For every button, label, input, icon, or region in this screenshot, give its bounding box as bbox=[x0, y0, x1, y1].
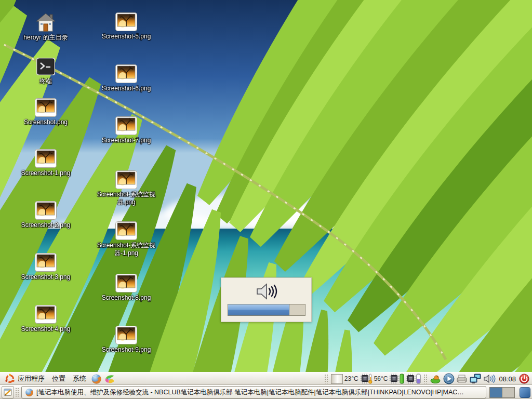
gnome-desktop-screen: heroyr 的主目录 终端 Screenshot.png Screenshot… bbox=[0, 0, 532, 399]
desktop-icon-screenshot[interactable]: Screenshot.png bbox=[7, 98, 85, 126]
image-thumbnail-icon bbox=[35, 98, 57, 117]
applet-drag-handle[interactable] bbox=[423, 374, 428, 383]
desktop-icon-screenshot-9[interactable]: Screenshot-9.png bbox=[87, 326, 165, 354]
clock-applet[interactable]: 08:08 bbox=[499, 375, 516, 383]
firefox-icon bbox=[91, 374, 102, 384]
panel-corner-applet-icon[interactable] bbox=[520, 387, 530, 398]
top-menu-panel: 应用程序 位置 系统 23°C 56°C bbox=[0, 372, 532, 385]
cpu-chip-icon bbox=[389, 374, 400, 384]
icon-label: heroyr 的主目录 bbox=[23, 34, 68, 42]
home-icon bbox=[35, 12, 56, 32]
icon-label: Screenshot-1.png bbox=[21, 169, 71, 177]
workspace-2[interactable] bbox=[502, 388, 514, 397]
desktop-icon-screenshot-7[interactable]: Screenshot-7.png bbox=[87, 116, 165, 144]
image-thumbnail-icon bbox=[35, 305, 57, 324]
cpu-temperature: 56°C bbox=[374, 375, 388, 382]
sensor-graph-applet[interactable] bbox=[331, 374, 343, 384]
icon-label: Screenshot-5.png bbox=[102, 33, 151, 41]
image-thumbnail-icon bbox=[115, 116, 137, 135]
desktop-icon-screenshot-3[interactable]: Screenshot-3.png bbox=[7, 253, 85, 281]
network-computers-icon[interactable] bbox=[469, 374, 482, 384]
desktop-icon-screenshot-sysmonitor[interactable]: Screenshot-系统监视器.png bbox=[87, 170, 165, 206]
icon-label: Screenshot.png bbox=[24, 118, 68, 126]
printer-icon[interactable] bbox=[456, 374, 468, 383]
applications-menu[interactable]: 应用程序 bbox=[1, 373, 48, 385]
desktop-icon-screenshot-2[interactable]: Screenshot-2.png bbox=[7, 201, 85, 229]
desktop-area[interactable]: heroyr 的主目录 终端 Screenshot.png Screenshot… bbox=[0, 0, 532, 373]
desktop-icon-screenshot-6[interactable]: Screenshot-6.png bbox=[87, 64, 165, 92]
ubuntu-logo-icon bbox=[5, 374, 15, 384]
desktop-icon-screenshot-4[interactable]: Screenshot-4.png bbox=[7, 305, 85, 333]
show-desktop-icon bbox=[4, 388, 12, 396]
icon-label: Screenshot-系统监视器-1.png bbox=[91, 242, 162, 257]
volume-osd bbox=[221, 277, 312, 322]
colorful-swirl-icon bbox=[104, 374, 116, 384]
image-thumbnail-icon bbox=[115, 12, 137, 31]
desktop-icon-terminal[interactable]: 终端 bbox=[7, 57, 85, 85]
firefox-icon bbox=[25, 388, 34, 397]
workspace-1-active[interactable] bbox=[490, 388, 502, 397]
cpu-chip-icon bbox=[406, 374, 416, 384]
cpu-thermometer-applet[interactable] bbox=[360, 374, 373, 384]
places-menu-label: 位置 bbox=[52, 374, 65, 383]
volume-progress-fill bbox=[228, 304, 289, 315]
system-menu[interactable]: 系统 bbox=[69, 373, 90, 385]
shutdown-power-button[interactable] bbox=[519, 374, 529, 384]
window-title: [笔记本电脑使用、维护及保修经验交流 - NBCLUB笔记本电脑俱乐部 笔记本电… bbox=[36, 388, 464, 397]
system-tray: 23°C 56°C 08:08 bbox=[323, 373, 531, 384]
icon-label: Screenshot-7.png bbox=[102, 137, 151, 144]
image-thumbnail-icon bbox=[115, 170, 137, 189]
image-thumbnail-icon bbox=[115, 221, 137, 240]
applet-drag-handle[interactable] bbox=[324, 374, 328, 383]
cpu-load-applet[interactable] bbox=[389, 374, 404, 384]
speaker-icon bbox=[255, 283, 278, 300]
places-menu[interactable]: 位置 bbox=[48, 373, 69, 385]
icon-label: Screenshot-6.png bbox=[102, 85, 151, 92]
browser-launcher[interactable] bbox=[90, 373, 103, 385]
image-thumbnail-icon bbox=[35, 149, 57, 168]
desktop-icon-home[interactable]: heroyr 的主目录 bbox=[7, 12, 85, 42]
icon-label: Screenshot-系统监视器.png bbox=[91, 191, 162, 206]
workspace-switcher bbox=[489, 387, 515, 398]
icon-label: Screenshot-2.png bbox=[21, 221, 71, 229]
icon-label: Screenshot-3.png bbox=[21, 273, 71, 281]
image-thumbnail-icon bbox=[115, 326, 137, 344]
desktop-icon-screenshot-sysmonitor-1[interactable]: Screenshot-系统监视器-1.png bbox=[87, 221, 165, 257]
icon-label: Screenshot-4.png bbox=[21, 325, 71, 333]
applications-menu-label: 应用程序 bbox=[18, 374, 45, 383]
image-thumbnail-icon bbox=[35, 201, 57, 220]
bottom-taskbar-panel: [笔记本电脑使用、维护及保修经验交流 - NBCLUB笔记本电脑俱乐部 笔记本电… bbox=[0, 385, 532, 399]
purple-level-bar-icon bbox=[416, 374, 421, 384]
image-thumbnail-icon bbox=[115, 274, 137, 292]
image-thumbnail-icon bbox=[35, 253, 57, 272]
green-level-bar-icon bbox=[400, 374, 404, 384]
icon-label: 终端 bbox=[39, 77, 52, 85]
thermometer-icon bbox=[368, 374, 373, 384]
taskbar-window-button[interactable]: [笔记本电脑使用、维护及保修经验交流 - NBCLUB笔记本电脑俱乐部 笔记本电… bbox=[21, 386, 486, 398]
window-list-drag-handle[interactable] bbox=[15, 388, 19, 397]
mascot-tray-icon[interactable] bbox=[430, 374, 442, 383]
terminal-icon bbox=[36, 57, 56, 76]
desktop-icon-screenshot-8[interactable]: Screenshot-8.png bbox=[87, 274, 165, 302]
icon-label: Screenshot-8.png bbox=[102, 294, 151, 302]
ambient-temperature: 23°C bbox=[344, 375, 358, 382]
graphics-app-launcher[interactable] bbox=[103, 373, 117, 385]
memory-applet[interactable] bbox=[406, 374, 421, 384]
show-desktop-button[interactable] bbox=[2, 386, 14, 398]
image-thumbnail-icon bbox=[115, 64, 137, 83]
system-menu-label: 系统 bbox=[73, 374, 86, 383]
desktop-icon-screenshot-1[interactable]: Screenshot-1.png bbox=[7, 149, 85, 177]
desktop-icon-screenshot-5[interactable]: Screenshot-5.png bbox=[87, 12, 165, 41]
volume-progressbar bbox=[228, 304, 305, 316]
icon-label: Screenshot-9.png bbox=[102, 346, 151, 354]
media-play-button[interactable] bbox=[443, 373, 455, 384]
volume-tray-icon[interactable] bbox=[483, 374, 496, 383]
